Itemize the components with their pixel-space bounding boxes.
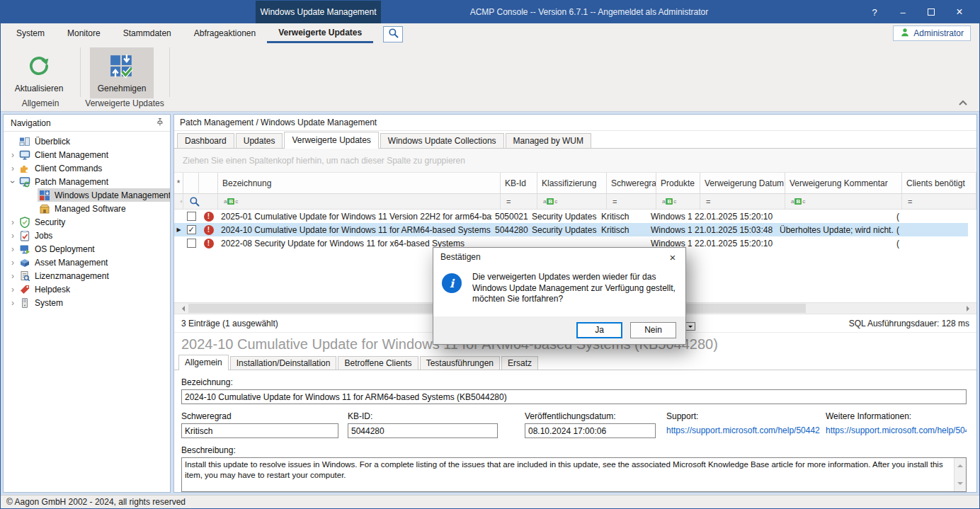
genehmigen-button[interactable]: Genehmigen [90,47,154,98]
filter-schweregrad[interactable]: = [607,194,656,209]
expander-collapsed-icon[interactable]: › [8,217,18,227]
column-star[interactable]: * [174,173,183,193]
menu-item-abfrageaktionen[interactable]: Abfrageaktionen [183,23,267,43]
nav-item-security[interactable]: ›Security [4,215,170,229]
veroeffentlichungsdatum-field[interactable] [525,423,656,438]
tab-installation-deinstallation[interactable]: Installation/Deinstallation [230,356,337,370]
scroll-left-button[interactable] [176,303,188,314]
column-bezeichnung[interactable]: Bezeichnung [218,173,501,193]
tab-testausf-hrungen[interactable]: Testausführungen [420,356,500,370]
scroll-right-button[interactable] [963,303,975,314]
navigation-tree: Überblick›Client Management›Client Comma… [4,132,170,492]
checkbox-checked[interactable]: ✓ [187,225,196,234]
filter-verweigerung-datum[interactable]: = [700,194,785,209]
column-checkbox[interactable] [183,173,199,193]
help-button[interactable]: ? [860,1,889,23]
tab-verweigerte-updates[interactable]: Verweigerte Updates [284,132,378,149]
menu-item-stammdaten[interactable]: Stammdaten [112,23,183,43]
aktualisieren-button[interactable]: Aktualisieren [6,47,72,98]
main-tabs: DashboardUpdatesVerweigerte UpdatesWindo… [174,131,976,149]
window-app-tab[interactable]: Windows Update Management [256,1,381,23]
column-produkte[interactable]: Produkte [656,173,700,193]
expander-collapsed-icon[interactable]: › [8,271,18,281]
nav-item-berblick[interactable]: Überblick [4,135,170,148]
nav-item-system[interactable]: ›System [4,296,170,309]
kbid-field[interactable] [348,423,498,438]
expander-expanded-icon[interactable]: › [8,177,18,187]
column-schweregrad[interactable]: Schweregrad [607,173,656,193]
nav-item-windows-update-management[interactable]: Windows Update Management [4,188,170,202]
filter-kb-id[interactable]: = [501,194,537,209]
cell-produkte: Windows 11 [648,212,692,222]
expander-collapsed-icon[interactable]: › [8,150,18,160]
nav-item-patch-management[interactable]: ›Patch Management [4,175,170,188]
maximize-button[interactable] [917,1,945,23]
column-verweigerung-datum[interactable]: Verweigerung Datum [700,173,785,193]
checkbox-unchecked[interactable] [187,212,196,221]
administrator-button[interactable]: Administrator [893,25,971,41]
menu-item-monitore[interactable]: Monitore [56,23,112,43]
nav-item-helpdesk[interactable]: ›Helpdesk [4,282,170,296]
nav-item-client-commands[interactable]: ›Client Commands [4,161,170,175]
maximize-icon [928,8,935,16]
column-verweigerung-kommentar[interactable]: Verweigerung Kommentar [785,173,902,193]
nav-item-jobs[interactable]: ›Jobs [4,229,170,242]
entries-count: 3 Einträge (1 ausgewählt) [181,319,278,328]
nav-item-managed-software[interactable]: Managed Software [4,202,170,215]
expander-collapsed-icon[interactable]: › [8,231,18,241]
tab-updates[interactable]: Updates [236,133,283,148]
expander-collapsed-icon[interactable]: › [8,298,18,308]
filter-bezeichnung[interactable]: aBc [218,194,501,209]
filter-klassifizierung[interactable]: aBc [537,194,607,209]
expander-collapsed-icon[interactable]: › [8,285,18,294]
support-link[interactable]: https://support.microsoft.com/help/50442… [666,425,820,435]
bezeichnung-field[interactable] [181,389,967,404]
search-icon [388,28,399,40]
column-kb-id[interactable]: KB-Id [501,173,537,193]
nav-item-asset-management[interactable]: ›Asset Management [4,256,170,269]
nav-item-content: Client Management [18,148,113,161]
groupby-hint[interactable]: Ziehen Sie einen Spaltenkopf hierhin, um… [174,149,976,173]
ja-button[interactable]: Ja [576,322,622,338]
expander-collapsed-icon[interactable]: › [8,164,18,173]
column-klassifizierung[interactable]: Klassifizierung [537,173,607,193]
table-row[interactable]: ▶✓!2024-10 Cumulative Update for Windows… [174,223,968,236]
column-clients-ben-tigt[interactable]: Clients benötigt [902,173,976,193]
nav-item-lizenzmanagement[interactable]: ›Lizenzmanagement [4,269,170,282]
checkbox-unchecked[interactable] [187,239,196,248]
column-status[interactable] [199,173,218,193]
menu-item-system[interactable]: System [5,23,56,43]
tab-allgemein[interactable]: Allgemein [178,355,229,370]
nav-item-os-deployment[interactable]: ›OS Deployment [4,242,170,256]
weitere-informationen-link[interactable]: https://support.microsoft.com/help/50442 [826,425,967,435]
tab-windows-update-collections[interactable]: Windows Update Collections [380,133,504,148]
search-button[interactable] [383,26,403,42]
tab-managed-by-wum[interactable]: Managed by WUM [506,133,591,148]
minimize-button[interactable]: – [889,1,917,23]
nein-button[interactable]: Nein [630,322,676,338]
close-button[interactable]: × [945,1,974,23]
filter-produkte[interactable]: aBc [656,194,700,209]
table-row[interactable]: !2025-01 Cumulative Update for Windows 1… [174,210,968,223]
shield-icon [19,217,30,228]
dialog-close-button[interactable]: × [666,251,679,263]
beschreibung-scrollbar[interactable] [954,458,966,491]
filter-verweigerung-kommentar[interactable]: aBc [785,194,902,209]
beschreibung-field[interactable]: Install this update to resolve issues in… [181,457,967,492]
status-dropdown-button[interactable] [685,322,695,331]
expander-collapsed-icon[interactable]: › [8,258,18,268]
collapse-ribbon-button[interactable] [958,98,969,107]
filter-search-icon[interactable] [183,194,218,209]
filter-pin-icon[interactable] [174,194,183,209]
filter-clients-ben-tigt[interactable]: = [902,194,976,209]
tab-betroffene-clients[interactable]: Betroffene Clients [338,356,418,370]
nav-item-content: Jobs [18,229,57,242]
pin-icon[interactable] [155,118,164,129]
tab-dashboard[interactable]: Dashboard [177,133,234,148]
tab-ersatz[interactable]: Ersatz [501,356,538,370]
schweregrad-field[interactable] [181,423,338,438]
nav-item-client-management[interactable]: ›Client Management [4,148,170,161]
menu-item-verweigerte-updates[interactable]: Verweigerte Updates [267,23,373,43]
cell-clients-benoetigt: ( [894,212,968,222]
expander-collapsed-icon[interactable]: › [8,244,18,254]
